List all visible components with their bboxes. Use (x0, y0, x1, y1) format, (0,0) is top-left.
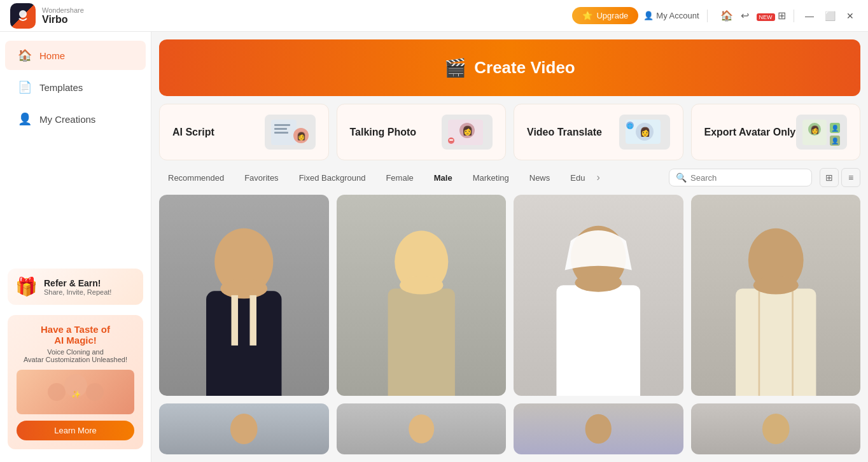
upgrade-button[interactable]: ⭐ Upgrade (572, 7, 638, 24)
avatar-card-7[interactable]: Avatar 7 (514, 403, 683, 454)
svg-rect-29 (206, 291, 281, 396)
video-translate-thumb: 🌐 👩 (619, 115, 670, 150)
ai-magic-title: Have a Taste of AI Magic! (17, 324, 134, 346)
sidebar-item-templates[interactable]: 📄 Templates (5, 73, 146, 102)
svg-point-35 (400, 276, 443, 295)
upgrade-label: Upgrade (596, 11, 628, 20)
export-avatar-label: Export Avatar Only (704, 127, 796, 138)
avatar-card-6[interactable]: Avatar 6 (337, 403, 507, 454)
svg-rect-8 (274, 132, 288, 134)
tab-male[interactable]: Male (425, 169, 461, 186)
search-icon: 🔍 (676, 172, 687, 183)
main-layout: 🏠 Home 📄 Templates 👤 My Creations 🎁 Refe… (0, 32, 868, 462)
maximize-button[interactable]: ⬜ (822, 8, 837, 24)
app-logo (10, 3, 36, 29)
talking-photo-thumb: 👩 (442, 115, 493, 150)
list-view-button[interactable]: ≡ (841, 168, 860, 187)
home-nav-icon: 🏠 (18, 48, 32, 62)
feature-card-export-avatar[interactable]: Export Avatar Only 👩 👤 👤 (691, 104, 861, 160)
home-icon-btn[interactable]: 🏠 (720, 10, 733, 22)
sidebar-item-home[interactable]: 🏠 Home (5, 41, 146, 70)
avatar-card-michael-boss[interactable]: Michael - Boss (159, 195, 329, 396)
svg-rect-31 (232, 295, 239, 346)
svg-text:👤: 👤 (831, 124, 839, 132)
feature-card-video-translate[interactable]: Video Translate 🌐 👩 (514, 104, 683, 160)
my-creations-nav-icon: 👤 (18, 112, 32, 126)
close-button[interactable]: ✕ (843, 8, 858, 24)
avatar-image-7 (514, 403, 683, 454)
svg-text:👩: 👩 (639, 127, 650, 137)
upgrade-icon: ⭐ (582, 11, 592, 20)
avatar-image-bowen (337, 195, 507, 396)
tab-fixed-background[interactable]: Fixed Background (290, 169, 375, 186)
title-bar-icons: 🏠 ↩ NEW ⊞ (720, 10, 786, 22)
learn-more-button[interactable]: Learn More (17, 421, 134, 440)
avatar-card-bowen-anchor[interactable]: Bowen - Anchor (337, 195, 507, 396)
svg-point-30 (220, 279, 267, 299)
svg-rect-34 (388, 288, 454, 396)
svg-text:✨: ✨ (71, 389, 80, 399)
svg-rect-40 (736, 288, 816, 396)
svg-rect-37 (556, 285, 640, 396)
app-branding: Wondershare Virbo (10, 3, 84, 29)
grid-icon-btn[interactable]: NEW ⊞ (757, 10, 786, 22)
my-account-label: My Account (656, 11, 699, 20)
sidebar-item-my-creations[interactable]: 👤 My Creations (5, 104, 146, 134)
feature-card-talking-photo[interactable]: Talking Photo 👩 (337, 104, 507, 160)
tab-marketing[interactable]: Marketing (464, 169, 518, 186)
svg-rect-7 (274, 128, 287, 130)
avatar-image-5 (159, 403, 329, 454)
title-bar: Wondershare Virbo ⭐ Upgrade 👤 My Account… (0, 0, 868, 32)
create-video-banner[interactable]: 🎬 Create Video (159, 39, 860, 96)
tab-female[interactable]: Female (377, 169, 422, 186)
sidebar-item-creations-label: My Creations (39, 114, 95, 125)
ai-script-thumb: 👩 (265, 115, 316, 150)
svg-point-0 (19, 10, 27, 18)
refer-title: Refer & Earn! (44, 278, 111, 288)
sidebar-spacer (0, 135, 151, 263)
avatar-card-arjun-araber[interactable]: Arjun - Araber (514, 195, 683, 396)
svg-rect-6 (274, 124, 290, 126)
my-account-button[interactable]: 👤 My Account (643, 11, 699, 20)
avatar-card-5[interactable]: Avatar 5 (159, 403, 329, 454)
svg-point-1 (48, 383, 66, 401)
app-product: Virbo (42, 14, 84, 25)
feature-card-ai-script[interactable]: AI Script 👩 (159, 104, 329, 160)
refer-icon: 🎁 (15, 276, 38, 297)
ai-magic-visual: ✨ (17, 370, 134, 414)
svg-text:👩: 👩 (810, 125, 820, 134)
search-input[interactable] (690, 173, 805, 183)
sidebar-item-templates-label: Templates (39, 82, 83, 93)
filter-tabs-row: Recommended Favorites Fixed Background F… (151, 168, 868, 192)
talking-photo-label: Talking Photo (350, 127, 417, 138)
svg-point-38 (575, 274, 622, 292)
separator (707, 10, 708, 22)
avatar-card-arjun-cultural[interactable]: Arjun - Cultural Ambassador (691, 195, 861, 396)
tab-recommended[interactable]: Recommended (159, 169, 233, 186)
avatar-grid: Michael - Boss Bowen - Anchor (151, 192, 868, 462)
minimize-button[interactable]: — (802, 8, 817, 24)
avatar-image-arjun-araber (514, 195, 683, 396)
tab-edu[interactable]: Edu (561, 169, 594, 186)
create-video-label: Create Video (474, 58, 575, 78)
svg-point-3 (86, 383, 104, 401)
grid-view-button[interactable]: ⊞ (820, 168, 839, 187)
filter-more-chevron[interactable]: › (596, 172, 599, 183)
history-icon-btn[interactable]: ↩ (741, 10, 749, 22)
new-badge: NEW (757, 13, 775, 21)
svg-rect-32 (249, 295, 256, 346)
tab-news[interactable]: News (521, 169, 559, 186)
ai-magic-accent: AI Magic! (54, 335, 97, 346)
video-translate-label: Video Translate (527, 127, 602, 138)
export-avatar-thumb: 👩 👤 👤 (796, 115, 847, 150)
separator2 (794, 10, 794, 22)
feature-cards-row: AI Script 👩 Talking Photo (151, 104, 868, 168)
ai-magic-desc: Voice Cloning andAvatar Customization Un… (17, 348, 134, 363)
avatar-card-8[interactable]: Avatar 8 (691, 403, 861, 454)
refer-text-block: Refer & Earn! Share, Invite, Repeat! (44, 278, 111, 296)
svg-rect-15 (449, 139, 453, 141)
tab-favorites[interactable]: Favorites (235, 169, 287, 186)
refer-earn-banner[interactable]: 🎁 Refer & Earn! Share, Invite, Repeat! (8, 269, 143, 305)
ai-script-label: AI Script (172, 127, 214, 138)
view-toggle: ⊞ ≡ (820, 168, 860, 187)
